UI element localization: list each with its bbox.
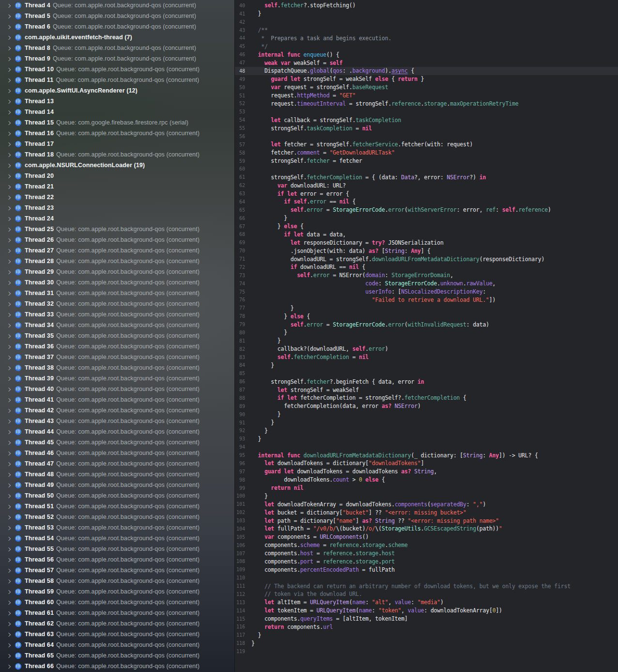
code-line[interactable]: 116 return components.url [235, 623, 618, 631]
thread-row[interactable]: Thread 32Queue: com.apple.root.backgroun… [0, 298, 234, 309]
line-number[interactable]: 60 [235, 166, 251, 172]
disclosure-chevron-icon[interactable] [7, 420, 11, 423]
code-line[interactable]: 93 } [235, 435, 618, 443]
thread-row[interactable]: Thread 29Queue: com.apple.root.backgroun… [0, 266, 234, 277]
disclosure-chevron-icon[interactable] [7, 334, 11, 338]
line-number[interactable]: 62 [235, 183, 251, 188]
line-number[interactable]: 74 [235, 281, 251, 286]
line-number[interactable]: 48 [235, 68, 251, 74]
thread-row[interactable]: Thread 43Queue: com.apple.root.backgroun… [0, 416, 234, 426]
thread-row[interactable]: Thread 40Queue: com.apple.root.backgroun… [0, 384, 234, 394]
code-line[interactable]: 89 fetcherCompletion(data, error as? NSE… [235, 402, 618, 410]
line-number[interactable]: 91 [235, 420, 251, 425]
code-line[interactable]: 44 * Prepares a task and begins executio… [235, 34, 618, 43]
line-number[interactable]: 106 [235, 543, 251, 548]
disclosure-chevron-icon[interactable] [7, 313, 11, 316]
line-number[interactable]: 117 [235, 632, 251, 638]
disclosure-chevron-icon[interactable] [7, 526, 11, 530]
disclosure-chevron-icon[interactable] [7, 206, 11, 210]
thread-row[interactable]: Thread 16Queue: com.apple.root.backgroun… [0, 128, 234, 139]
line-number[interactable]: 87 [235, 387, 251, 392]
code-line[interactable]: 51 request.httpMethod = "GET" [235, 92, 618, 100]
line-number[interactable]: 72 [235, 265, 251, 270]
thread-row[interactable]: Thread 62Queue: com.apple.root.backgroun… [0, 618, 234, 629]
code-line[interactable]: 42 [235, 18, 618, 26]
disclosure-chevron-icon[interactable] [7, 228, 11, 231]
thread-row[interactable]: Thread 41Queue: com.apple.root.backgroun… [0, 394, 234, 405]
code-line[interactable]: 47 weak var weakSelf = self [235, 59, 618, 67]
thread-row[interactable]: Thread 59Queue: com.apple.root.backgroun… [0, 586, 234, 597]
line-number[interactable]: 94 [235, 444, 251, 450]
thread-row[interactable]: Thread 31Queue: com.apple.root.backgroun… [0, 288, 234, 298]
line-number[interactable]: 64 [235, 199, 251, 204]
disclosure-chevron-icon[interactable] [7, 579, 11, 583]
thread-row[interactable]: Thread 64Queue: com.apple.root.backgroun… [0, 640, 234, 650]
line-number[interactable]: 73 [235, 273, 251, 278]
line-number[interactable]: 84 [235, 362, 251, 368]
disclosure-chevron-icon[interactable] [7, 100, 11, 103]
disclosure-chevron-icon[interactable] [7, 249, 11, 252]
thread-row[interactable]: Thread 46Queue: com.apple.root.backgroun… [0, 448, 234, 458]
line-number[interactable]: 65 [235, 207, 251, 213]
thread-row[interactable]: Thread 57Queue: com.apple.root.backgroun… [0, 565, 234, 576]
line-number[interactable]: 103 [235, 518, 251, 523]
thread-row[interactable]: Thread 42Queue: com.apple.root.backgroun… [0, 405, 234, 416]
line-number[interactable]: 54 [235, 117, 251, 123]
line-number[interactable]: 78 [235, 313, 251, 319]
code-line[interactable]: 53 [235, 108, 618, 116]
line-number[interactable]: 97 [235, 469, 251, 474]
code-line[interactable]: 88 if let fetcherCompletion = strongSelf… [235, 394, 618, 402]
code-line[interactable]: 118} [235, 639, 618, 647]
code-line[interactable]: 105 var components = URLComponents() [235, 533, 618, 541]
thread-row[interactable]: Thread 33Queue: com.apple.root.backgroun… [0, 309, 234, 320]
code-line[interactable]: 64 if self.error == nil { [235, 198, 618, 206]
disclosure-chevron-icon[interactable] [7, 345, 11, 348]
code-line[interactable]: 79 self.error = StorageErrorCode.error(w… [235, 320, 618, 328]
line-number[interactable]: 58 [235, 150, 251, 156]
line-number[interactable]: 89 [235, 404, 251, 409]
code-line[interactable]: 83 self.fetcherCompletion = nil [235, 353, 618, 361]
code-line[interactable]: 66 } [235, 214, 618, 222]
code-line[interactable]: 54 let callback = strongSelf.taskComplet… [235, 116, 618, 124]
line-number[interactable]: 113 [235, 600, 251, 605]
code-line[interactable]: 40 self.fetcher?.stopFetching() [235, 1, 618, 10]
code-line[interactable]: 62 var downloadURL: URL? [235, 181, 618, 189]
code-line[interactable]: 90 } [235, 410, 618, 419]
disclosure-chevron-icon[interactable] [7, 260, 11, 263]
disclosure-chevron-icon[interactable] [7, 452, 11, 455]
line-number[interactable]: 99 [235, 485, 251, 491]
disclosure-chevron-icon[interactable] [7, 558, 11, 562]
thread-row[interactable]: Thread 9Queue: com.apple.root.background… [0, 53, 234, 64]
code-line[interactable]: 96 let downloadTokens = dictionary["down… [235, 459, 618, 468]
disclosure-chevron-icon[interactable] [7, 196, 11, 199]
code-line[interactable]: 99 return nil [235, 484, 618, 492]
thread-row[interactable]: Thread 45Queue: com.apple.root.backgroun… [0, 437, 234, 448]
disclosure-chevron-icon[interactable] [7, 409, 11, 412]
thread-row[interactable]: Thread 5Queue: com.apple.root.background… [0, 11, 234, 21]
thread-row[interactable]: Thread 52Queue: com.apple.root.backgroun… [0, 512, 234, 522]
thread-row[interactable]: Thread 50Queue: com.apple.root.backgroun… [0, 490, 234, 501]
disclosure-chevron-icon[interactable] [7, 569, 11, 572]
code-line[interactable]: 48 DispatchQueue.global(qos: .background… [235, 67, 618, 75]
code-line[interactable]: 86 strongSelf.fetcher?.beginFetch { data… [235, 377, 618, 386]
line-number[interactable]: 101 [235, 501, 251, 507]
code-line[interactable]: 63 if let error = error { [235, 189, 618, 198]
line-number[interactable]: 43 [235, 28, 251, 33]
line-number[interactable]: 107 [235, 551, 251, 556]
code-line[interactable]: 98 downloadTokens.count > 0 else { [235, 476, 618, 484]
thread-row[interactable]: Thread 63Queue: com.apple.root.backgroun… [0, 629, 234, 640]
code-line[interactable]: 71 downloadURL = strongSelf.downloadURLF… [235, 255, 618, 263]
line-number[interactable]: 118 [235, 641, 251, 646]
disclosure-chevron-icon[interactable] [7, 4, 11, 7]
thread-row[interactable]: Thread 54Queue: com.apple.root.backgroun… [0, 533, 234, 544]
disclosure-chevron-icon[interactable] [7, 15, 11, 18]
thread-row[interactable]: Thread 18Queue: com.apple.root.backgroun… [0, 149, 234, 160]
code-line[interactable]: 112 // token via the download URL. [235, 590, 618, 598]
thread-row[interactable]: Thread 44Queue: com.apple.root.backgroun… [0, 426, 234, 437]
line-number[interactable]: 52 [235, 101, 251, 106]
disclosure-chevron-icon[interactable] [7, 398, 11, 402]
code-line[interactable]: 41 } [235, 10, 618, 18]
code-line[interactable]: 57 let fetcher = strongSelf.fetcherServi… [235, 141, 618, 149]
code-line[interactable]: 61 strongSelf.fetcherCompletion = { (dat… [235, 173, 618, 181]
disclosure-chevron-icon[interactable] [7, 537, 11, 540]
